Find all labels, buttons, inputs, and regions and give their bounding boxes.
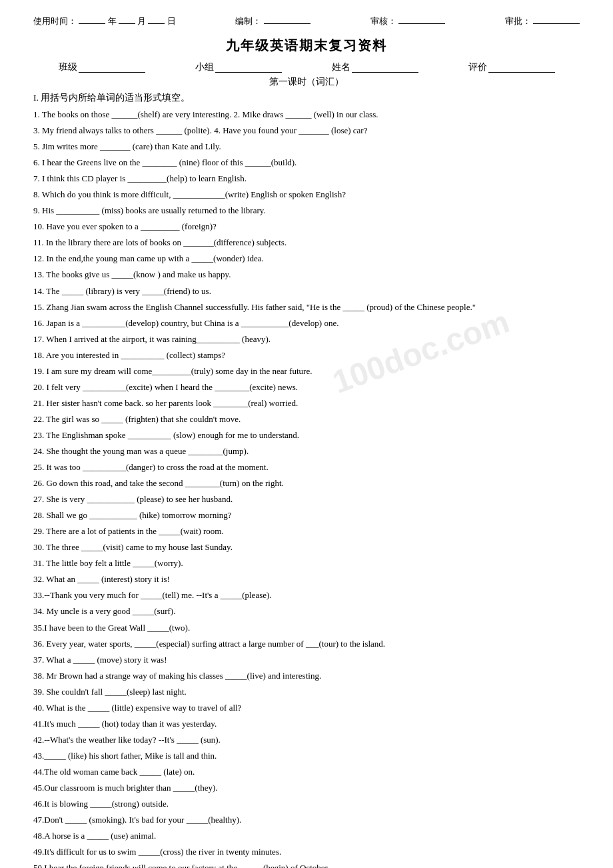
exercise-item: 43._____ (like) his short father, Mike i…: [33, 748, 580, 764]
approve-label: 审批：: [505, 13, 580, 27]
exercise-item: 48.A horse is a _____ (use) animal.: [33, 828, 580, 844]
exercise-item: 49.It's difficult for us to swim _____(c…: [33, 844, 580, 860]
exercise-item: 5. Jim writes more _______ (care) than K…: [33, 139, 580, 155]
exercise-item: 22. The girl was so _____ (frighten) tha…: [33, 411, 580, 427]
exercise-item: 29. There are a lot of patients in the _…: [33, 523, 580, 539]
exercise-item: 34. My uncle is a very good _____(surf).: [33, 603, 580, 619]
exercise-item: 3. My friend always talks to others ____…: [33, 123, 580, 139]
exercise-item: 44.The old woman came back _____ (late) …: [33, 764, 580, 780]
exercise-item: 37. What a _____ (move) story it was!: [33, 652, 580, 668]
compile-label: 编制：: [235, 13, 310, 27]
exercise-item: 6. I hear the Greens live on the _______…: [33, 155, 580, 171]
exercise-item: 45.Our classroom is much brighter than _…: [33, 780, 580, 796]
review-label: 审核：: [370, 13, 445, 27]
exercise-item: 1. The books on those ______(shelf) are …: [33, 107, 580, 123]
exercise-item: 13. The books give us _____(know ) and m…: [33, 267, 580, 283]
exercise-item: 28. Shall we go ___________ (hike) tomor…: [33, 507, 580, 523]
exercise-item: 23. The Englishman spoke __________ (slo…: [33, 427, 580, 443]
exercise-item: 32. What an _____ (interest) story it is…: [33, 571, 580, 587]
exercise-content: 1. The books on those ______(shelf) are …: [33, 107, 580, 868]
exercise-item: 40. What is the _____ (little) expensive…: [33, 700, 580, 716]
use-time-label: 使用时间： 年 月 日: [33, 13, 176, 27]
exercise-item: 15. Zhang Jian swam across the English C…: [33, 299, 580, 315]
exercise-item: 33.--Thank you very much for _____(tell)…: [33, 587, 580, 603]
exercise-item: 36. Every year, water sports, _____(espe…: [33, 636, 580, 652]
exercise-item: 8. Which do you think is more difficult,…: [33, 187, 580, 203]
exercise-item: 50.I hear the foreign friends will come …: [33, 860, 580, 868]
exercise-item: 11. In the library there are lots of boo…: [33, 235, 580, 251]
exercise-item: 24. She thought the young man was a queu…: [33, 443, 580, 459]
exercise-item: 19. I am sure my dream will come________…: [33, 363, 580, 379]
exercise-item: 7. I think this CD player is _________(h…: [33, 171, 580, 187]
exercise-item: 16. Japan is a __________(develop) count…: [33, 315, 580, 331]
exercise-item: 10. Have you ever spoken to a _________ …: [33, 219, 580, 235]
exercise-item: 17. When I arrived at the airport, it wa…: [33, 331, 580, 347]
exercise-item: 12. In the end,the young man came up wit…: [33, 251, 580, 267]
exercise-item: 42.--What's the weather like today? --It…: [33, 732, 580, 748]
section-title: 第一课时（词汇）: [33, 76, 580, 88]
exercise-item: 46.It is blowing _____(strong) outside.: [33, 796, 580, 812]
class-info-line: 班级 小组 姓名 评价: [33, 61, 580, 73]
exercise-item: 35.I have been to the Great Wall _____(t…: [33, 620, 580, 636]
page-title: 九年级英语期末复习资料: [33, 37, 580, 55]
exercise-item: 14. The _____ (library) is very _____(fr…: [33, 283, 580, 299]
exercise-item: 18. Are you interested in __________ (co…: [33, 347, 580, 363]
instruction: I. 用括号内所给单词的适当形式填空。: [33, 92, 580, 104]
exercise-item: 21. Her sister hasn't come back. so her …: [33, 395, 580, 411]
header-bar: 使用时间： 年 月 日 编制： 审核： 审批：: [33, 13, 580, 27]
exercise-item: 41.It's much _____ (hot) today than it w…: [33, 716, 580, 732]
exercise-item: 25. It was too __________(danger) to cro…: [33, 459, 580, 475]
exercise-item: 31. The little boy felt a little _____(w…: [33, 555, 580, 571]
exercise-item: 20. I felt very __________(excite) when …: [33, 379, 580, 395]
exercise-item: 38. Mr Brown had a strange way of making…: [33, 668, 580, 684]
exercise-item: 27. She is very ___________ (please) to …: [33, 491, 580, 507]
score-field: 评价: [468, 61, 555, 73]
exercise-item: 47.Don't _____ (smoking). It's bad for y…: [33, 812, 580, 828]
exercise-item: 30. The three _____(visit) came to my ho…: [33, 539, 580, 555]
name-field: 姓名: [332, 61, 418, 73]
exercise-item: 26. Go down this road, and take the seco…: [33, 475, 580, 491]
class-field: 班级: [59, 61, 145, 73]
group-field: 小组: [195, 61, 282, 73]
exercise-item: 39. She couldn't fall _____(sleep) last …: [33, 684, 580, 700]
exercise-item: 9. His __________ (miss) books are usual…: [33, 203, 580, 219]
